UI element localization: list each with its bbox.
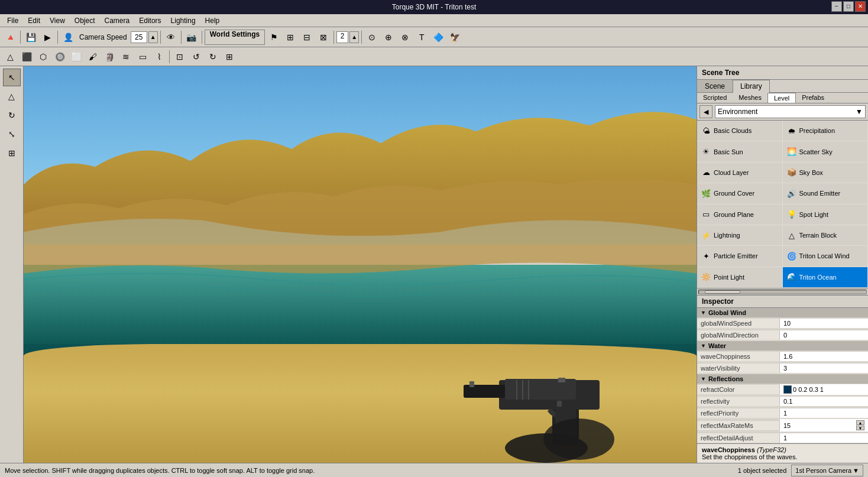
env-dropdown-button[interactable]: Environment ▼ — [715, 105, 866, 118]
lib-item-precipitation[interactable]: 🌧Precipitation — [783, 121, 869, 141]
lib-item-sound-emitter[interactable]: 🔊Sound Emitter — [783, 183, 869, 204]
prop-value-watervisibility[interactable]: 3 — [780, 364, 868, 373]
library-scrollbar[interactable] — [697, 288, 868, 295]
toolbar-logo[interactable]: 🔺 — [2, 30, 18, 45]
prop-group-reflections[interactable]: ▼Reflections — [697, 374, 868, 384]
lib-item-spot-light[interactable]: 💡Spot Light — [783, 205, 869, 225]
toolbar-flag[interactable]: ⚑ — [266, 30, 281, 45]
grid-size-btn[interactable]: ▲ — [349, 31, 359, 43]
prop-value-refractcolor[interactable]: 0 0.2 0.3 1 — [780, 384, 868, 395]
toolbar-save[interactable]: 💾 — [23, 30, 38, 45]
sub-toolbar-flatten[interactable]: ▭ — [135, 49, 150, 64]
tab-scene[interactable]: Scene — [697, 80, 733, 92]
menu-view[interactable]: View — [45, 15, 70, 26]
lib-item-ground-plane[interactable]: ▭Ground Plane — [697, 205, 783, 225]
menu-edit[interactable]: Edit — [23, 15, 45, 26]
menu-lighting[interactable]: Lighting — [166, 15, 200, 26]
tab-library[interactable]: Library — [733, 80, 770, 93]
tab-scripted[interactable]: Scripted — [697, 93, 733, 103]
toolbar-transform2[interactable]: ⊕ — [381, 30, 396, 45]
lib-item-basic-sun[interactable]: ☀Basic Sun — [697, 141, 783, 162]
color-swatch-refractcolor[interactable] — [783, 385, 792, 394]
lib-item-scatter-sky[interactable]: 🌅Scatter Sky — [783, 141, 869, 162]
sub-toolbar-scale[interactable]: 🔘 — [52, 49, 67, 64]
sub-toolbar-selection-box[interactable]: ⊡ — [172, 49, 187, 64]
camera-speed-up[interactable]: ▲ — [148, 31, 158, 43]
menu-help[interactable]: Help — [200, 15, 225, 26]
scrollbar-track[interactable] — [698, 290, 867, 294]
menu-file[interactable]: File — [2, 15, 23, 26]
prop-value-reflectpriority[interactable]: 1 — [780, 408, 868, 418]
toolbar-play[interactable]: ▶ — [40, 30, 55, 45]
sidebar-select-tool[interactable]: ↖ — [3, 69, 21, 86]
lib-item-label-cloud-layer: Cloud Layer — [714, 169, 749, 176]
prop-value-reflectmaxratems[interactable]: 15▲▼ — [780, 419, 868, 431]
menu-camera[interactable]: Camera — [100, 15, 135, 26]
grid-size-input[interactable]: 2 — [336, 31, 348, 43]
sub-toolbar-undo[interactable]: ↺ — [189, 49, 204, 64]
toolbar-snap2[interactable]: ⊠ — [316, 30, 331, 45]
sub-toolbar-redo[interactable]: ↻ — [205, 49, 221, 64]
tab-prefabs[interactable]: Prefabs — [796, 93, 830, 103]
prop-value-reflectdetailadjust[interactable]: 1 — [780, 433, 868, 443]
prop-group-global-wind[interactable]: ▼Global Wind — [697, 308, 868, 317]
close-button[interactable]: ✕ — [855, 1, 866, 12]
lib-item-point-light[interactable]: 🔆Point Light — [697, 267, 783, 288]
lib-item-terrain-block[interactable]: △Terrain Block — [783, 225, 869, 246]
scrollbar-thumb[interactable] — [705, 290, 740, 294]
viewport[interactable] — [24, 66, 697, 463]
camera-speed-input[interactable] — [131, 31, 147, 43]
toolbar-camera-toggle[interactable]: 👁 — [163, 30, 179, 45]
lib-item-cloud-layer[interactable]: ☁Cloud Layer — [697, 163, 783, 183]
lib-item-triton-local-wind[interactable]: 🌀Triton Local Wind — [783, 246, 869, 267]
sub-toolbar-move[interactable]: ⬛ — [19, 49, 34, 64]
sub-toolbar-zoom[interactable]: ⊞ — [222, 49, 237, 64]
sidebar-move-tool[interactable]: △ — [3, 87, 21, 105]
toolbar-screenshot[interactable]: 📷 — [184, 30, 199, 45]
tab-level[interactable]: Level — [767, 93, 796, 103]
lib-item-lightning[interactable]: ⚡Lightning — [697, 225, 783, 246]
toolbar-person[interactable]: 👤 — [60, 30, 76, 45]
toolbar-snap1[interactable]: ⊟ — [299, 30, 315, 45]
sub-toolbar-rotate[interactable]: ⬡ — [35, 49, 51, 64]
world-settings-button[interactable]: World Settings — [205, 30, 265, 45]
sub-toolbar-noise[interactable]: ⌇ — [151, 49, 167, 64]
menu-editors[interactable]: Editors — [134, 15, 166, 26]
scene-tree-header: Scene Tree — [697, 66, 868, 80]
sidebar-extra1[interactable]: ⊞ — [3, 144, 21, 162]
menu-object[interactable]: Object — [70, 15, 100, 26]
sidebar-scale-tool[interactable]: ⤡ — [3, 125, 21, 143]
lib-item-sky-box[interactable]: 📦Sky Box — [783, 163, 869, 183]
camera-mode-button[interactable]: 1st Person Camera ▼ — [791, 465, 863, 476]
toolbar-obj1[interactable]: 🔷 — [430, 30, 446, 45]
prop-value-globalwindspeed[interactable]: 10 — [780, 319, 868, 328]
lib-item-triton-ocean[interactable]: 🌊Triton Ocean — [783, 267, 869, 288]
arrow-up-reflectmaxratems[interactable]: ▲ — [856, 420, 864, 425]
spinner-reflectmaxratems[interactable]: ▲▼ — [856, 420, 864, 430]
tab-meshes[interactable]: Meshes — [733, 93, 767, 103]
env-back-button[interactable]: ◀ — [699, 105, 712, 118]
maximize-button[interactable]: □ — [843, 1, 854, 12]
arrow-down-reflectmaxratems[interactable]: ▼ — [856, 426, 864, 430]
toolbar-transform1[interactable]: ⊙ — [364, 30, 380, 45]
toolbar-text[interactable]: T — [414, 30, 429, 45]
lib-item-particle-emitter[interactable]: ✦Particle Emitter — [697, 246, 783, 267]
separator4 — [181, 31, 182, 44]
lib-item-ground-cover[interactable]: 🌿Ground Cover — [697, 183, 783, 204]
minimize-button[interactable]: − — [831, 1, 842, 12]
lib-item-basic-clouds[interactable]: 🌤Basic Clouds — [697, 121, 783, 141]
toolbar-grid[interactable]: ⊞ — [283, 30, 298, 45]
prop-value-reflectivity[interactable]: 0.1 — [780, 397, 868, 406]
prop-value-wavechoppiness[interactable]: 1.6 — [780, 352, 868, 361]
sub-toolbar-paint[interactable]: 🖌 — [85, 49, 101, 64]
sidebar-rotate-tool[interactable]: ↻ — [3, 106, 21, 124]
sub-toolbar-sculpt[interactable]: 🗿 — [102, 49, 117, 64]
toolbar-transform3[interactable]: ⊗ — [397, 30, 413, 45]
sub-toolbar-select[interactable]: △ — [2, 49, 18, 64]
sub-toolbar-terrain[interactable]: ⬜ — [69, 49, 84, 64]
prop-value-globalwinddirection[interactable]: 0 — [780, 330, 868, 340]
prop-group-water[interactable]: ▼Water — [697, 341, 868, 351]
main-area: ↖ △ ↻ ⤡ ⊞ — [0, 66, 868, 463]
sub-toolbar-smooth[interactable]: ≋ — [118, 49, 134, 64]
toolbar-obj2[interactable]: 🦅 — [447, 30, 462, 45]
